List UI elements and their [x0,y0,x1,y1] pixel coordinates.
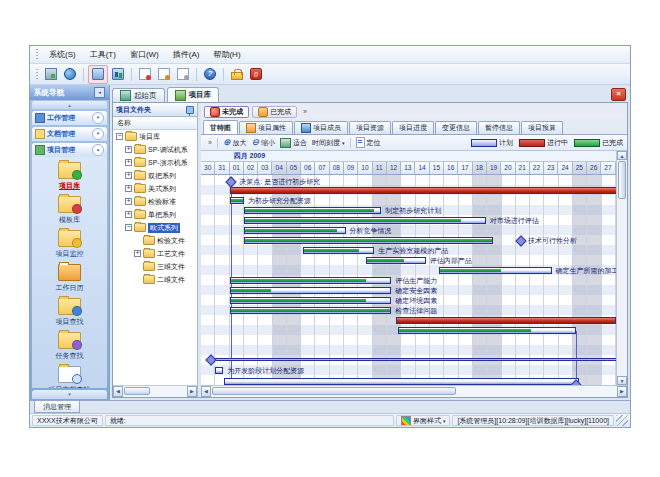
tree-item[interactable]: 欧式系列 [113,221,197,234]
pin-icon[interactable] [186,106,194,114]
close-tab-button[interactable] [611,88,626,101]
tree-item[interactable]: 项目库 [113,130,197,143]
gantt-bar[interactable] [244,237,493,244]
gantt-bar[interactable] [439,267,552,274]
tree-item[interactable]: 检验文件 [113,234,197,247]
expand-icon[interactable] [125,185,132,192]
drag-handle[interactable] [36,69,38,80]
menu-item[interactable]: 系统(S) [42,47,83,62]
tab-message-management[interactable]: 消息管理 [34,401,80,413]
drag-handle[interactable] [36,49,38,60]
detail-tab[interactable]: 项目属性 [239,121,293,134]
gantt-bar[interactable] [230,187,616,194]
tree-item[interactable]: 美式系列 [113,182,197,195]
collapse-icon[interactable] [116,133,123,140]
menu-item[interactable]: 窗口(W) [123,47,166,62]
tree-item[interactable]: 二维文件 [113,273,197,286]
gantt-bar[interactable] [366,257,426,264]
sidebar-item[interactable]: 模板库 [58,196,81,225]
sidebar-panel-header[interactable]: 文档管理 [32,127,107,141]
tree-item[interactable]: SP-演示机系 [113,156,197,169]
expand-icon[interactable] [125,159,132,166]
scrollbar-thumb[interactable] [212,387,456,395]
menu-item[interactable]: 帮助(H) [206,47,247,62]
sidebar-panel-header[interactable]: 项目管理 [32,143,107,157]
scrollbar-thumb[interactable] [618,161,626,199]
sidebar-item[interactable]: 项目文档查找 [49,366,91,388]
lock-button[interactable] [228,66,246,83]
status-tab[interactable]: 未完成 [204,106,249,118]
detail-tab[interactable]: 项目资源 [349,121,391,134]
toolbar-overflow-icon[interactable]: » [208,139,212,146]
tree-item[interactable]: 单把系列 [113,208,197,221]
expand-icon[interactable] [125,172,132,179]
collapse-icon[interactable] [92,144,104,156]
nav-sidebar-header[interactable]: 系统导航 [30,85,109,100]
scrollbar-thumb[interactable] [124,387,150,395]
exit-button[interactable] [247,66,265,83]
help-button[interactable] [201,66,219,83]
tree-item[interactable]: 双把系列 [113,169,197,182]
detail-tab[interactable]: 甘特图 [203,120,238,134]
locate-button[interactable]: 定位 [356,137,381,148]
tree-item[interactable]: SP-调试机系 [113,143,197,156]
gantt-bar[interactable] [303,247,375,254]
mail-gray-button[interactable] [174,66,192,83]
detail-tab[interactable]: 变更信息 [435,121,477,134]
expand-icon[interactable] [125,211,132,218]
vertical-scrollbar[interactable] [616,151,627,385]
gantt-chart[interactable]: 决策点: 是否进行初步研究为初步研究分配资源制定初步研究计划对市场进行评估分析竞… [201,175,616,385]
gantt-bar[interactable] [244,207,381,214]
sidebar-collapsed-panel[interactable] [32,390,107,399]
sidebar-item[interactable]: 项目监控 [56,230,84,259]
tree-item[interactable]: 工艺文件 [113,247,197,260]
detail-tab[interactable]: 项目预算 [521,121,563,134]
expand-icon[interactable] [125,198,132,205]
gantt-horizontal-scrollbar[interactable] [201,385,627,397]
scroll-down-arrow[interactable] [617,376,627,385]
document-tab[interactable]: 项目库 [167,87,220,102]
detail-tab[interactable]: 暂停信息 [478,121,520,134]
gantt-bar[interactable] [230,297,391,304]
folder-chart-button[interactable] [109,66,127,83]
sidebar-panel-header[interactable]: 工作管理 [32,111,107,125]
menu-item[interactable]: 工具(T) [83,47,123,62]
expand-icon[interactable] [134,250,141,257]
scrollbar-track[interactable] [211,386,617,397]
expand-icon[interactable] [92,128,104,140]
globe-button[interactable] [61,66,79,83]
tree-column-header[interactable]: 名称 [113,117,197,130]
scroll-right-arrow[interactable] [187,386,197,397]
sidebar-item[interactable]: 项目查找 [56,298,84,327]
tree-item[interactable]: 检验标准 [113,195,197,208]
scroll-up-arrow[interactable] [617,151,627,160]
scroll-left-arrow[interactable] [113,386,123,397]
tab-overflow-icon[interactable]: » [303,108,307,115]
menu-item[interactable]: 插件(A) [166,47,207,62]
gantt-bar[interactable] [244,217,486,224]
fit-button[interactable]: 适合 [280,138,307,148]
status-tab[interactable]: 已完成 [252,106,297,118]
zoom-in-button[interactable]: 放大 [223,138,247,148]
gantt-bar[interactable] [396,317,616,324]
sidebar-item[interactable]: 项目库 [58,162,81,191]
document-tab[interactable]: 起始页 [112,88,165,102]
detail-tab[interactable]: 项目进度 [392,121,434,134]
interface-style-button[interactable]: 界面样式 [396,415,451,426]
tree-horizontal-scrollbar[interactable] [113,385,197,397]
mail-green-button[interactable] [155,66,173,83]
scrollbar-track[interactable] [123,386,187,397]
scroll-right-arrow[interactable] [617,386,627,397]
sidebar-item[interactable]: 工作日历 [56,264,84,293]
sidebar-collapse-icon[interactable] [94,87,105,98]
tree-item[interactable]: 三维文件 [113,260,197,273]
sidebar-scroll-up[interactable] [32,101,107,109]
sidebar-item[interactable]: 任务查找 [56,332,84,361]
detail-tab[interactable]: 项目成员 [294,121,348,134]
gantt-bar[interactable] [244,227,346,234]
resize-grip[interactable] [616,415,628,426]
collapse-icon[interactable] [125,224,132,231]
gantt-bar[interactable] [398,327,575,334]
gantt-bar[interactable] [230,287,391,294]
scrollbar-track[interactable] [617,160,627,376]
